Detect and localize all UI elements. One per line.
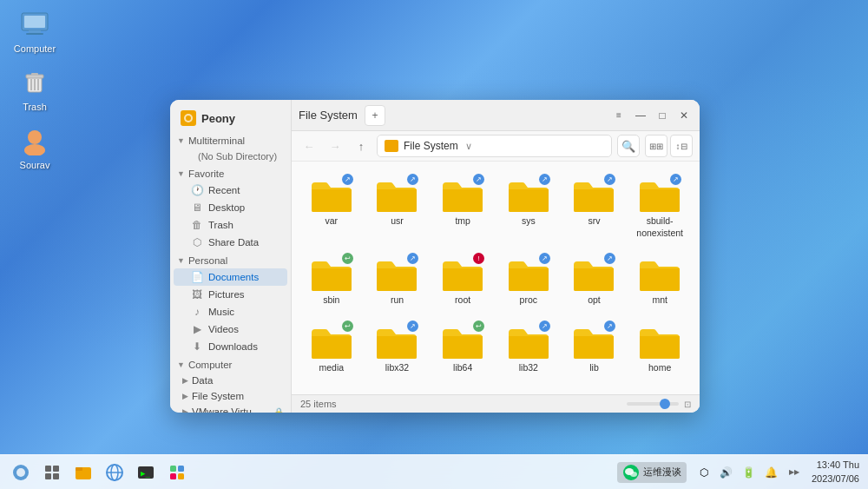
sidebar-item-videos[interactable]: ▶ Videos [174, 320, 287, 338]
file-item-media[interactable]: ↩ media [300, 315, 363, 380]
back-button[interactable]: ← [299, 135, 319, 156]
address-bar[interactable]: File System ∨ [377, 135, 612, 157]
folder-svg [636, 253, 683, 293]
sidebar-item-filesystem[interactable]: ▶ File System [170, 388, 291, 404]
grid-view-button[interactable]: ⊞⊞ [645, 135, 667, 157]
music-icon: ♪ [191, 306, 203, 318]
folder-badge: ↗ [539, 174, 550, 185]
file-item-var[interactable]: ↗ var [300, 169, 363, 244]
search-button[interactable]: 🔍 [617, 135, 640, 157]
arrow-down-icon3: ▼ [177, 256, 185, 265]
sort-button[interactable]: ↕⊟ [670, 135, 693, 157]
sidebar-item-downloads[interactable]: ⬇ Downloads [174, 338, 287, 355]
sidebar-item-desktop[interactable]: 🖥 Desktop [174, 199, 287, 216]
file-item-tmp[interactable]: ↗ tmp [431, 169, 494, 244]
wechat-badge[interactable]: 运维漫谈 [617, 462, 687, 483]
folder-icon [636, 320, 683, 360]
sidebar-item-music[interactable]: ♪ Music [174, 303, 287, 320]
up-button[interactable]: ↑ [351, 135, 372, 156]
taskbar-start-button[interactable] [9, 460, 33, 485]
file-item-sys[interactable]: ↗ sys [497, 169, 560, 244]
sidebar-item-sharedata[interactable]: ⬡ Share Data [174, 234, 287, 251]
items-count: 25 items [300, 399, 337, 409]
sidebar-title: Peony [201, 112, 235, 125]
personal-header[interactable]: ▼ Personal [170, 253, 291, 268]
favorite-header[interactable]: ▼ Favorite [170, 166, 291, 182]
sidebar-item-vmware[interactable]: ▶ VMware Virtu... 🔒 [170, 404, 291, 413]
svg-rect-27 [170, 466, 176, 472]
desktop-small-icon: 🖥 [191, 202, 203, 214]
taskbar-left: ▶_ [9, 460, 189, 485]
multiterminal-header[interactable]: ▼ Multiterminal [170, 133, 291, 149]
file-name: tmp [455, 215, 470, 228]
computer-header[interactable]: ▼ Computer [170, 357, 291, 373]
sidebar-item-documents[interactable]: 📄 Documents [174, 268, 287, 286]
file-name: mnt [652, 294, 667, 307]
taskbar-appstore-button[interactable] [165, 460, 189, 485]
close-button[interactable]: ✕ [675, 107, 693, 124]
title-bar: File System + ≡ — □ ✕ [292, 100, 700, 131]
video-icon: ▶ [191, 323, 203, 335]
sidebar-header: Peony [170, 107, 291, 133]
file-name: media [319, 362, 345, 374]
file-item-sbin[interactable]: ↩ sbin [300, 248, 363, 312]
file-item-srv[interactable]: ↗ srv [563, 169, 626, 244]
zoom-slider[interactable] [627, 402, 679, 406]
tray-more-icon[interactable]: ▶▶ [786, 464, 803, 481]
address-chevron-icon: ∨ [465, 141, 472, 152]
zoom-thumb [660, 399, 670, 409]
address-text: File System [404, 140, 458, 152]
folder-icon: ↗ [570, 174, 617, 214]
file-item-opt[interactable]: ↗ opt [563, 248, 626, 312]
svg-rect-18 [45, 473, 51, 479]
taskbar-taskview-button[interactable] [40, 460, 64, 485]
desktop-icon-computer[interactable]: Computer [9, 9, 61, 54]
taskbar-clock[interactable]: 13:40 Thu 2023/07/06 [812, 459, 859, 486]
sidebar-item-data[interactable]: ▶ Data [170, 373, 291, 388]
folder-icon: ↗ [308, 174, 355, 214]
tray-battery-icon[interactable]: 🔋 [740, 464, 758, 481]
taskbar-terminal-button[interactable]: ▶_ [134, 460, 158, 485]
file-item-mnt[interactable]: mnt [628, 248, 691, 312]
svg-rect-17 [53, 466, 59, 472]
tray-volume-icon[interactable]: 🔊 [718, 464, 735, 481]
sidebar-item-no-subdir[interactable]: (No Sub Directory) [174, 149, 287, 164]
file-item-lib32[interactable]: ↗ lib32 [497, 315, 560, 380]
files-area: ↗ var ↗ usr ↗ tmp [292, 162, 700, 394]
menu-button[interactable]: ≡ [610, 107, 628, 124]
folder-icon: ↗ [505, 320, 552, 360]
sidebar-item-pictures[interactable]: 🖼 Pictures [174, 286, 287, 303]
file-item-proc[interactable]: ↗ proc [497, 248, 560, 312]
tray-notification-icon[interactable]: 🔔 [763, 464, 780, 481]
file-item-libx32[interactable]: ↗ libx32 [366, 315, 429, 380]
folder-icon: ↗ [636, 174, 683, 214]
file-name: srv [588, 215, 600, 228]
file-item-lib[interactable]: ↗ lib [563, 315, 626, 380]
file-item-lib64[interactable]: ↩ lib64 [431, 315, 494, 380]
maximize-button[interactable]: □ [654, 107, 671, 124]
minimize-button[interactable]: — [632, 107, 649, 124]
sidebar-item-recent[interactable]: 🕐 Recent [174, 182, 287, 199]
taskbar: ▶_ 运维漫谈 [0, 454, 868, 489]
clock-time: 13:40 Thu [812, 459, 859, 472]
file-item-usr[interactable]: ↗ usr [366, 169, 429, 244]
file-name: sbin [323, 294, 339, 307]
sidebar-item-trash[interactable]: 🗑 Trash [174, 216, 287, 234]
tray-network-icon[interactable]: ⬡ [695, 464, 713, 481]
file-item-sbuild-nonexistent[interactable]: ↗ sbuild-nonexistent [628, 169, 691, 244]
file-name: run [391, 294, 404, 307]
computer-label: Computer [14, 43, 56, 54]
file-item-home[interactable]: home [628, 315, 691, 380]
file-item-root[interactable]: ! root [431, 248, 494, 312]
forward-button[interactable]: → [325, 135, 345, 156]
add-tab-button[interactable]: + [365, 105, 385, 126]
taskbar-files-button[interactable] [71, 460, 95, 485]
window-controls: ≡ — □ ✕ [610, 107, 693, 124]
file-item-run[interactable]: ↗ run [366, 248, 429, 312]
desktop-icon-trash[interactable]: Trash [9, 67, 61, 112]
taskbar-tray: ⬡ 🔊 🔋 🔔 ▶▶ [695, 464, 803, 481]
desktop-icon-sourav[interactable]: Sourav [9, 125, 61, 170]
share-icon: ⬡ [191, 236, 203, 248]
taskbar-browser-button[interactable] [102, 460, 127, 485]
sidebar-section-personal: ▼ Personal 📄 Documents 🖼 Pictures ♪ Musi… [170, 253, 291, 355]
